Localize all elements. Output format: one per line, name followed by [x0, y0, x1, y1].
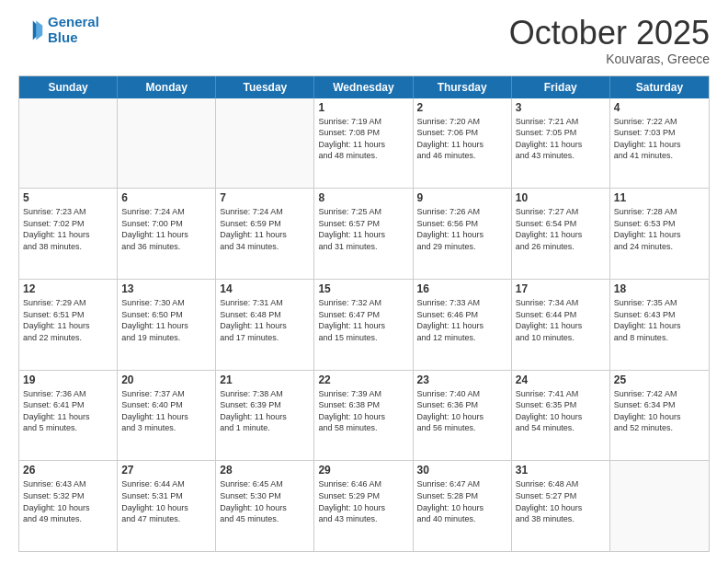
svg-marker-1	[36, 20, 42, 40]
cal-cell-2-3: 15Sunrise: 7:32 AM Sunset: 6:47 PM Dayli…	[314, 280, 413, 370]
day-number-21: 21	[220, 373, 310, 386]
cal-cell-2-2: 14Sunrise: 7:31 AM Sunset: 6:48 PM Dayli…	[216, 280, 314, 370]
cal-cell-2-5: 17Sunrise: 7:34 AM Sunset: 6:44 PM Dayli…	[512, 280, 610, 370]
logo-text: General Blue	[48, 15, 99, 45]
cell-info-4: Sunrise: 7:22 AM Sunset: 7:03 PM Dayligh…	[614, 116, 705, 162]
day-number-2: 2	[417, 101, 507, 114]
cal-row-2: 12Sunrise: 7:29 AM Sunset: 6:51 PM Dayli…	[19, 280, 709, 371]
cell-info-15: Sunrise: 7:32 AM Sunset: 6:47 PM Dayligh…	[318, 297, 408, 343]
day-number-27: 27	[121, 464, 211, 477]
dow-wednesday: Wednesday	[314, 76, 413, 98]
cell-info-29: Sunrise: 6:46 AM Sunset: 5:29 PM Dayligh…	[318, 478, 408, 524]
cell-info-1: Sunrise: 7:19 AM Sunset: 7:08 PM Dayligh…	[318, 116, 408, 162]
cell-info-16: Sunrise: 7:33 AM Sunset: 6:46 PM Dayligh…	[417, 297, 507, 343]
day-number-15: 15	[318, 282, 408, 295]
day-number-22: 22	[318, 373, 408, 386]
day-number-16: 16	[417, 282, 507, 295]
header: General Blue October 2025 Kouvaras, Gree…	[18, 15, 710, 66]
day-number-3: 3	[516, 101, 606, 114]
logo: General Blue	[18, 15, 99, 45]
day-number-25: 25	[614, 373, 705, 386]
day-number-11: 11	[614, 191, 705, 204]
dow-friday: Friday	[512, 76, 610, 98]
day-number-17: 17	[516, 282, 606, 295]
cal-cell-4-3: 29Sunrise: 6:46 AM Sunset: 5:29 PM Dayli…	[314, 461, 413, 551]
cal-cell-1-4: 9Sunrise: 7:26 AM Sunset: 6:56 PM Daylig…	[414, 189, 512, 279]
cal-cell-0-3: 1Sunrise: 7:19 AM Sunset: 7:08 PM Daylig…	[314, 98, 413, 189]
cal-row-0: 1Sunrise: 7:19 AM Sunset: 7:08 PM Daylig…	[19, 98, 709, 190]
cal-row-1: 5Sunrise: 7:23 AM Sunset: 7:02 PM Daylig…	[19, 189, 709, 280]
cal-cell-1-1: 6Sunrise: 7:24 AM Sunset: 7:00 PM Daylig…	[118, 189, 216, 279]
cell-info-22: Sunrise: 7:39 AM Sunset: 6:38 PM Dayligh…	[318, 388, 408, 434]
cal-cell-0-4: 2Sunrise: 7:20 AM Sunset: 7:06 PM Daylig…	[414, 98, 512, 189]
cal-cell-0-6: 4Sunrise: 7:22 AM Sunset: 7:03 PM Daylig…	[610, 98, 709, 189]
cal-cell-1-0: 5Sunrise: 7:23 AM Sunset: 7:02 PM Daylig…	[19, 189, 118, 279]
cell-info-19: Sunrise: 7:36 AM Sunset: 6:41 PM Dayligh…	[23, 388, 113, 434]
dow-sunday: Sunday	[19, 76, 118, 98]
day-number-31: 31	[516, 464, 606, 477]
cell-info-7: Sunrise: 7:24 AM Sunset: 6:59 PM Dayligh…	[220, 206, 310, 252]
cal-cell-3-0: 19Sunrise: 7:36 AM Sunset: 6:41 PM Dayli…	[19, 371, 118, 461]
cell-info-30: Sunrise: 6:47 AM Sunset: 5:28 PM Dayligh…	[417, 478, 507, 524]
dow-tuesday: Tuesday	[216, 76, 314, 98]
day-number-8: 8	[318, 191, 408, 204]
cell-info-13: Sunrise: 7:30 AM Sunset: 6:50 PM Dayligh…	[121, 297, 211, 343]
day-number-6: 6	[121, 191, 211, 204]
cell-info-3: Sunrise: 7:21 AM Sunset: 7:05 PM Dayligh…	[516, 116, 606, 162]
day-number-5: 5	[23, 191, 113, 204]
title-block: October 2025 Kouvaras, Greece	[509, 15, 710, 66]
cell-info-23: Sunrise: 7:40 AM Sunset: 6:36 PM Dayligh…	[417, 388, 507, 434]
cell-info-31: Sunrise: 6:48 AM Sunset: 5:27 PM Dayligh…	[516, 478, 606, 524]
cal-cell-2-4: 16Sunrise: 7:33 AM Sunset: 6:46 PM Dayli…	[414, 280, 512, 370]
cal-cell-1-6: 11Sunrise: 7:28 AM Sunset: 6:53 PM Dayli…	[610, 189, 709, 279]
day-number-30: 30	[417, 464, 507, 477]
dow-monday: Monday	[118, 76, 216, 98]
cal-row-4: 26Sunrise: 6:43 AM Sunset: 5:32 PM Dayli…	[19, 461, 709, 551]
cal-cell-3-1: 20Sunrise: 7:37 AM Sunset: 6:40 PM Dayli…	[118, 371, 216, 461]
cell-info-14: Sunrise: 7:31 AM Sunset: 6:48 PM Dayligh…	[220, 297, 310, 343]
day-number-13: 13	[121, 282, 211, 295]
calendar: Sunday Monday Tuesday Wednesday Thursday…	[18, 75, 710, 552]
page: General Blue October 2025 Kouvaras, Gree…	[0, 0, 728, 563]
day-number-19: 19	[23, 373, 113, 386]
cal-cell-4-1: 27Sunrise: 6:44 AM Sunset: 5:31 PM Dayli…	[118, 461, 216, 551]
day-number-23: 23	[417, 373, 507, 386]
day-number-10: 10	[516, 191, 606, 204]
cell-info-24: Sunrise: 7:41 AM Sunset: 6:35 PM Dayligh…	[516, 388, 606, 434]
day-number-12: 12	[23, 282, 113, 295]
calendar-body: 1Sunrise: 7:19 AM Sunset: 7:08 PM Daylig…	[19, 98, 709, 551]
day-number-9: 9	[417, 191, 507, 204]
cal-cell-4-6	[610, 461, 709, 551]
cell-info-25: Sunrise: 7:42 AM Sunset: 6:34 PM Dayligh…	[614, 388, 705, 434]
cal-cell-1-5: 10Sunrise: 7:27 AM Sunset: 6:54 PM Dayli…	[512, 189, 610, 279]
cell-info-17: Sunrise: 7:34 AM Sunset: 6:44 PM Dayligh…	[516, 297, 606, 343]
cal-cell-2-0: 12Sunrise: 7:29 AM Sunset: 6:51 PM Dayli…	[19, 280, 118, 370]
cell-info-18: Sunrise: 7:35 AM Sunset: 6:43 PM Dayligh…	[614, 297, 705, 343]
cal-cell-4-2: 28Sunrise: 6:45 AM Sunset: 5:30 PM Dayli…	[216, 461, 314, 551]
cal-cell-1-2: 7Sunrise: 7:24 AM Sunset: 6:59 PM Daylig…	[216, 189, 314, 279]
cal-cell-1-3: 8Sunrise: 7:25 AM Sunset: 6:57 PM Daylig…	[314, 189, 413, 279]
cell-info-27: Sunrise: 6:44 AM Sunset: 5:31 PM Dayligh…	[121, 478, 211, 524]
cal-cell-0-1	[118, 98, 216, 189]
month-title: October 2025	[509, 15, 710, 52]
cal-cell-2-1: 13Sunrise: 7:30 AM Sunset: 6:50 PM Dayli…	[118, 280, 216, 370]
cal-cell-0-5: 3Sunrise: 7:21 AM Sunset: 7:05 PM Daylig…	[512, 98, 610, 189]
cal-cell-3-6: 25Sunrise: 7:42 AM Sunset: 6:34 PM Dayli…	[610, 371, 709, 461]
dow-saturday: Saturday	[610, 76, 709, 98]
day-number-24: 24	[516, 373, 606, 386]
location: Kouvaras, Greece	[509, 52, 710, 66]
day-number-26: 26	[23, 464, 113, 477]
day-number-1: 1	[318, 101, 408, 114]
cal-cell-4-5: 31Sunrise: 6:48 AM Sunset: 5:27 PM Dayli…	[512, 461, 610, 551]
day-number-18: 18	[614, 282, 705, 295]
cal-cell-0-2	[216, 98, 314, 189]
cell-info-6: Sunrise: 7:24 AM Sunset: 7:00 PM Dayligh…	[121, 206, 211, 252]
cal-cell-4-4: 30Sunrise: 6:47 AM Sunset: 5:28 PM Dayli…	[414, 461, 512, 551]
cell-info-2: Sunrise: 7:20 AM Sunset: 7:06 PM Dayligh…	[417, 116, 507, 162]
cal-cell-3-4: 23Sunrise: 7:40 AM Sunset: 6:36 PM Dayli…	[414, 371, 512, 461]
cell-info-8: Sunrise: 7:25 AM Sunset: 6:57 PM Dayligh…	[318, 206, 408, 252]
day-number-14: 14	[220, 282, 310, 295]
cell-info-5: Sunrise: 7:23 AM Sunset: 7:02 PM Dayligh…	[23, 206, 113, 252]
cal-cell-4-0: 26Sunrise: 6:43 AM Sunset: 5:32 PM Dayli…	[19, 461, 118, 551]
cal-cell-0-0	[19, 98, 118, 189]
